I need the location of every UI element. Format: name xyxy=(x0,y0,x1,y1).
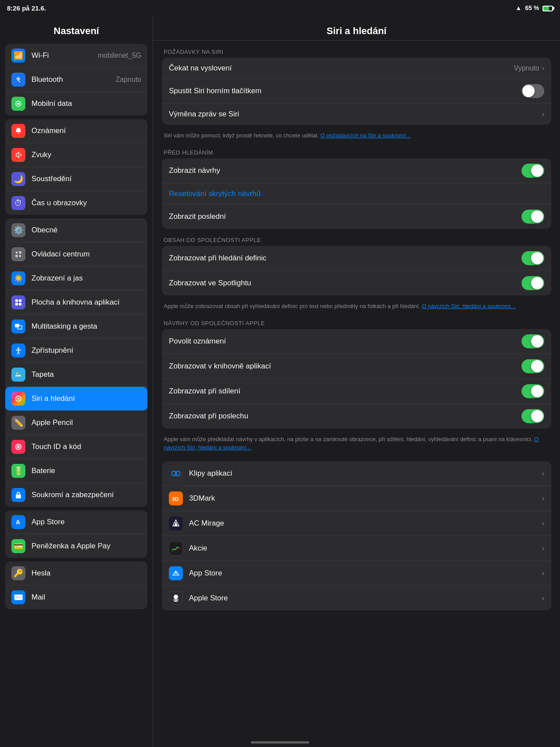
app-row-appstore[interactable]: App Store › xyxy=(162,561,551,586)
apple-content-link[interactable]: O návrzích Siri, hledání a soukromí... xyxy=(422,303,515,309)
row-label: Spustit Siri horním tlačítkem xyxy=(169,87,522,95)
sidebar-item-display[interactable]: ☀️ Zobrazení a jas xyxy=(5,267,147,291)
row-show-sharing[interactable]: Zobrazovat při sdílení xyxy=(162,379,551,404)
chevron-icon: › xyxy=(542,519,544,527)
homescreen-icon xyxy=(11,295,25,309)
sidebar-item-multitasking[interactable]: Multitasking a gesta xyxy=(5,315,147,339)
home-indicator xyxy=(251,741,309,743)
wifi-icon: ▲ xyxy=(515,4,522,11)
sounds-icon xyxy=(11,148,25,162)
siri-footnote-link[interactable]: O požadavcích na Siri a soukromí... xyxy=(320,132,410,139)
row-show-spotlight[interactable]: Zobrazovat ve Spotlightu xyxy=(162,271,551,295)
app-row-3dmark[interactable]: 3D 3DMark › xyxy=(162,486,551,511)
toggle-listening[interactable] xyxy=(522,409,544,423)
row-show-library[interactable]: Zobrazovat v knihovně aplikací xyxy=(162,354,551,379)
sidebar-item-mobile[interactable]: Mobilní data xyxy=(5,92,147,116)
app-label: AC Mirage xyxy=(189,519,542,528)
sidebar-item-label: Ovládací centrum xyxy=(32,250,141,259)
sidebar-item-wallpaper[interactable]: Tapeta xyxy=(5,363,147,387)
toggle-side-button[interactable] xyxy=(522,84,544,98)
svg-rect-14 xyxy=(16,494,21,498)
toggle-show-recent[interactable] xyxy=(522,210,544,224)
sidebar-item-general[interactable]: ⚙️ Obecné xyxy=(5,218,147,242)
toggle-library[interactable] xyxy=(522,359,544,373)
row-label: Povolit oznámení xyxy=(169,337,522,346)
sidebar-item-sounds[interactable]: Zvuky xyxy=(5,143,147,167)
sidebar-title: Nastavení xyxy=(0,20,153,40)
sidebar-item-siri[interactable]: Siri a hledání xyxy=(5,387,147,411)
row-show-definitions[interactable]: Zobrazovat při hledání definic xyxy=(162,246,551,271)
sidebar-item-label: Plocha a knihovna aplikací xyxy=(32,298,141,307)
app-3dmark-icon: 3D xyxy=(169,491,183,505)
sidebar-item-privacy[interactable]: Soukromí a zabezpečení xyxy=(5,483,147,507)
sidebar-item-label: Mobilní data xyxy=(32,99,141,108)
toggle-definitions[interactable] xyxy=(522,251,544,265)
toggle-spotlight[interactable] xyxy=(522,276,544,290)
app-label: 3DMark xyxy=(189,494,542,503)
app-row-clips[interactable]: Klipy aplikací › xyxy=(162,461,551,486)
wifi-icon: 📶 xyxy=(11,49,25,63)
battery-icon: 65 % xyxy=(525,4,553,11)
row-allow-notifications[interactable]: Povolit oznámení xyxy=(162,329,551,354)
sidebar-item-appstore[interactable]: A App Store xyxy=(5,510,147,534)
reset-link[interactable]: Resetování skrytých návrhů xyxy=(162,184,268,203)
apple-suggestions-group: Povolit oznámení Zobrazovat v knihovně a… xyxy=(162,329,551,428)
wallet-icon: 💳 xyxy=(11,539,25,553)
siri-requests-group: Čekat na vyslovení Vypnuto › Spustit Sir… xyxy=(162,58,551,125)
toggle-sharing[interactable] xyxy=(522,384,544,398)
svg-text:3D: 3D xyxy=(172,496,179,502)
touchid-icon xyxy=(11,440,25,454)
app-row-akcie[interactable]: Akcie › xyxy=(162,536,551,561)
sidebar-item-label: Multitasking a gesta xyxy=(32,322,141,331)
row-wait-voice[interactable]: Čekat na vyslovení Vypnuto › xyxy=(162,58,551,79)
sidebar-item-focus[interactable]: 🌙 Soustředění xyxy=(5,167,147,191)
status-icons: ▲ 65 % xyxy=(515,4,553,11)
sidebar-item-touchid[interactable]: Touch ID a kód xyxy=(5,435,147,459)
app-akcie-icon xyxy=(169,541,183,555)
row-reset-suggestions[interactable]: Resetování skrytých návrhů xyxy=(162,183,551,204)
row-siri-responses[interactable]: Výměna zpráv se Siri › xyxy=(162,104,551,125)
sidebar-item-mail[interactable]: ✉️ Mail xyxy=(5,586,147,609)
sidebar-item-label: Apple Pencil xyxy=(32,418,141,427)
sidebar-section-general: ⚙️ Obecné Ovládací centrum ☀️ Zobrazení … xyxy=(5,218,147,507)
app-label: Apple Store xyxy=(189,594,542,603)
control-icon xyxy=(11,247,25,261)
sidebar-item-screentime[interactable]: ⏱ Čas u obrazovky xyxy=(5,191,147,215)
sidebar-item-label: Hesla xyxy=(32,569,141,578)
row-show-suggestions[interactable]: Zobrazit návrhy xyxy=(162,158,551,183)
app-row-ac-mirage[interactable]: AC Mirage › xyxy=(162,511,551,536)
sidebar-item-battery[interactable]: 🔋 Baterie xyxy=(5,459,147,483)
sidebar-item-accessibility[interactable]: Zpřístupnění xyxy=(5,339,147,363)
sidebar-item-wallet[interactable]: 💳 Peněženka a Apple Pay xyxy=(5,534,147,558)
row-show-listening[interactable]: Zobrazovat při poslechu xyxy=(162,404,551,428)
toggle-show-suggestions[interactable] xyxy=(522,164,544,178)
sidebar-item-passwords[interactable]: 🔑 Hesla xyxy=(5,561,147,586)
before-search-section: PŘED HLEDÁNÍM Zobrazit návrhy Resetování… xyxy=(162,149,551,229)
sidebar-item-label: Soustředění xyxy=(32,175,141,183)
siri-footnote: Siri vám může pomoct, když prostě řeknet… xyxy=(162,128,551,141)
apple-suggestions-link[interactable]: O návrzích Siri, hledání a soukromí... xyxy=(164,436,539,450)
status-time: 8:26 på 21.6. xyxy=(7,4,46,12)
svg-point-12 xyxy=(16,372,18,374)
sidebar-item-notifications[interactable]: Oznámení xyxy=(5,119,147,143)
section-title-before-search: PŘED HLEDÁNÍM xyxy=(162,149,551,156)
app-acmirage-icon xyxy=(169,516,183,530)
sidebar-item-label: Bluetooth xyxy=(32,75,116,84)
svg-point-17 xyxy=(175,472,177,475)
sidebar-item-control-center[interactable]: Ovládací centrum xyxy=(5,242,147,267)
svg-rect-8 xyxy=(19,303,21,305)
sidebar-section-apps: A App Store 💳 Peněženka a Apple Pay xyxy=(5,510,147,558)
appstore-icon: A xyxy=(11,515,25,529)
row-label: Zobrazovat v knihovně aplikací xyxy=(169,362,522,371)
sidebar-item-wifi[interactable]: 📶 Wi-Fi mobilenet_5G xyxy=(5,44,147,68)
sidebar-item-label: Baterie xyxy=(32,466,141,475)
app-row-apple-store[interactable]: Apple Store › xyxy=(162,586,551,610)
toggle-notifications[interactable] xyxy=(522,334,544,348)
sidebar-item-label: App Store xyxy=(32,518,141,526)
row-side-button[interactable]: Spustit Siri horním tlačítkem xyxy=(162,79,551,104)
row-show-recent[interactable]: Zobrazit poslední xyxy=(162,204,551,229)
sidebar-item-bluetooth[interactable]: Bluetooth Zapnuto xyxy=(5,68,147,92)
app-clips-icon xyxy=(169,466,183,480)
sidebar-item-pencil[interactable]: ✏️ Apple Pencil xyxy=(5,411,147,435)
sidebar-item-homescreen[interactable]: Plocha a knihovna aplikací xyxy=(5,291,147,315)
